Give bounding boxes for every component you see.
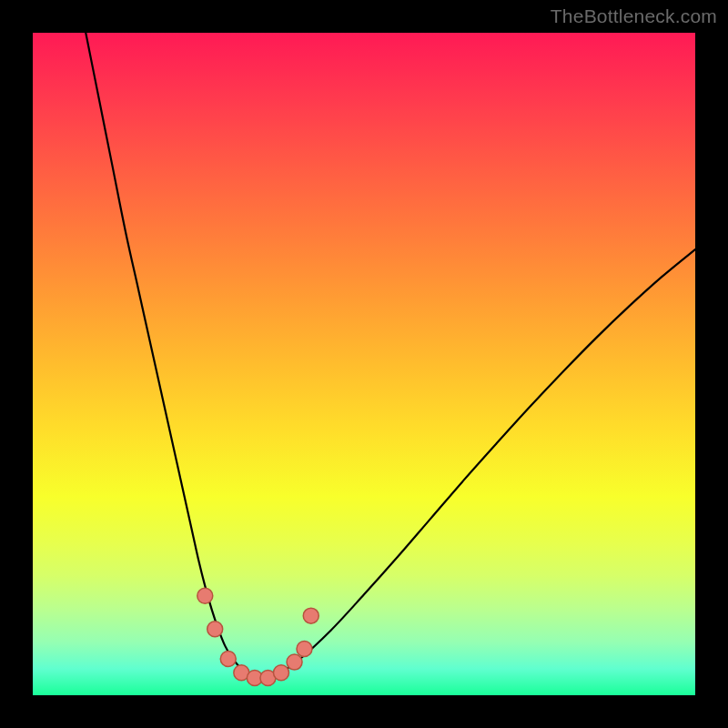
- curve-marker: [303, 608, 318, 623]
- plot-area: [33, 33, 695, 695]
- curve-marker: [297, 642, 312, 657]
- bottleneck-curve: [86, 33, 695, 679]
- chart-frame: TheBottleneck.com: [0, 0, 728, 728]
- curve-marker: [287, 654, 302, 670]
- watermark-text: TheBottleneck.com: [551, 5, 717, 27]
- curve-markers: [197, 588, 318, 685]
- curve-marker: [197, 588, 213, 603]
- chart-svg: [33, 33, 695, 695]
- curve-marker: [220, 651, 236, 666]
- curve-marker: [207, 622, 223, 637]
- curve-marker: [274, 665, 289, 681]
